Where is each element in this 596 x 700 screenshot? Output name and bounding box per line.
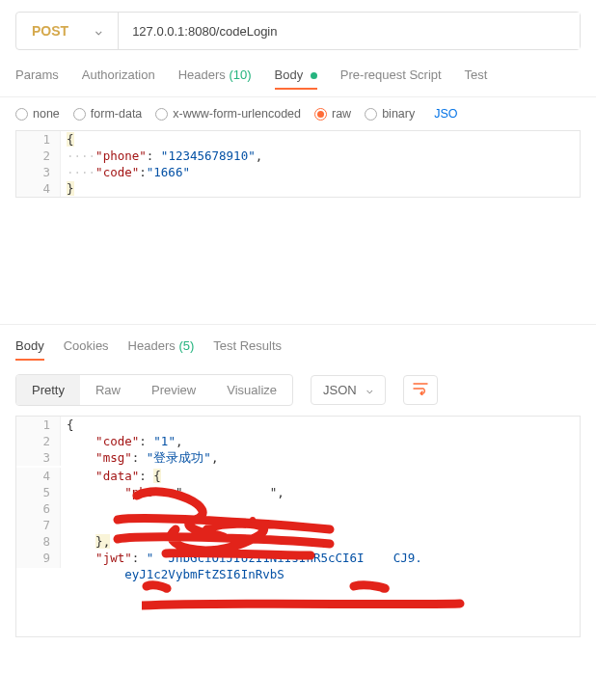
resp-tab-cookies[interactable]: Cookies [64,338,109,361]
raw-format-select[interactable]: JSO [434,107,457,121]
http-method-value: POST [32,23,68,39]
tab-body-label: Body [275,67,304,82]
wrap-icon [413,382,428,395]
resp-headers-label: Headers [128,338,176,353]
view-raw[interactable]: Raw [80,375,136,405]
view-visualize[interactable]: Visualize [211,375,292,405]
tab-headers-label: Headers [178,67,226,82]
resp-tab-body[interactable]: Body [15,338,44,361]
view-pretty[interactable]: Pretty [16,375,80,405]
url-input[interactable] [119,13,580,49]
response-view-mode: Pretty Raw Preview Visualize [15,374,293,406]
tab-authorization[interactable]: Authorization [82,62,155,89]
response-view-controls: Pretty Raw Preview Visualize JSON ⌵ [0,368,596,416]
radio-xwww[interactable]: x-www-form-urlencoded [155,107,301,121]
view-preview[interactable]: Preview [136,375,211,405]
http-method-select[interactable]: POST ⌵ [16,13,119,49]
resp-tab-headers[interactable]: Headers (5) [128,338,195,361]
tab-params[interactable]: Params [15,62,59,89]
tab-prerequest[interactable]: Pre-request Script [340,62,442,89]
resp-headers-count: (5) [178,338,194,353]
request-tabs: Params Authorization Headers (10) Body P… [0,62,596,97]
redaction-scribble-2 [142,579,470,617]
response-tabs: Body Cookies Headers (5) Test Results [0,325,596,368]
radio-none[interactable]: none [15,107,60,121]
body-type-row: none form-data x-www-form-urlencoded raw… [0,97,596,130]
resp-tab-tests[interactable]: Test Results [213,338,282,361]
modified-dot-icon [311,72,317,79]
wrap-lines-button[interactable] [403,375,438,405]
request-body-editor[interactable]: 1{ 2····"phone": "12345678910", 3····"co… [15,130,581,198]
radio-form-data[interactable]: form-data [73,107,143,121]
tab-tests[interactable]: Test [465,62,488,89]
radio-raw[interactable]: raw [314,107,351,121]
spacer [0,200,596,325]
chevron-down-icon: ⌵ [95,25,102,38]
tab-headers[interactable]: Headers (10) [178,62,252,89]
response-body-editor[interactable]: 1{ 2 "code": "1", 3 "msg": "登录成功", 4 "da… [15,416,581,637]
tab-body[interactable]: Body [275,62,317,90]
radio-binary[interactable]: binary [365,107,415,121]
tab-headers-count: (10) [229,67,251,82]
chevron-down-icon: ⌵ [366,384,373,396]
response-format-select[interactable]: JSON ⌵ [311,375,386,405]
request-url-bar: POST ⌵ [15,12,581,50]
